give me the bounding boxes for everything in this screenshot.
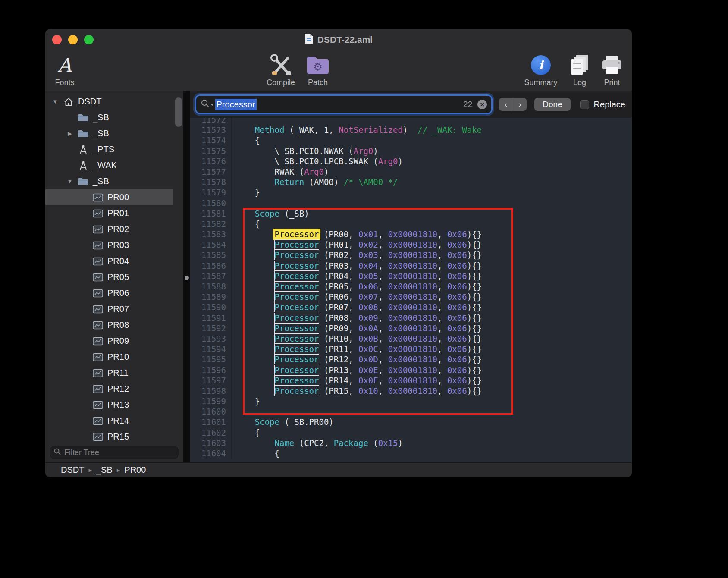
code-line: 11575 \_SB.PCI0.NWAK (Arg0) — [190, 146, 632, 156]
line-content: Processor (PR11, 0x0C, 0x00001810, 0x06)… — [232, 344, 482, 354]
sidebar-item-label: PR03 — [107, 240, 129, 250]
zoom-window-button[interactable] — [84, 35, 94, 44]
line-content: Processor (PR06, 0x07, 0x00001810, 0x06)… — [232, 292, 482, 302]
sidebar-item-pr09[interactable]: PR09 — [45, 333, 173, 349]
find-previous-button[interactable]: ‹ — [499, 98, 513, 111]
search-match: Processor — [275, 240, 319, 249]
sidebar-item-pr00[interactable]: PR00 — [45, 189, 173, 205]
sidebar-item-pr12[interactable]: PR12 — [45, 381, 173, 397]
clear-search-icon[interactable]: ✕ — [477, 100, 487, 109]
print-button[interactable]: Print — [593, 52, 631, 87]
sidebar-item-pr06[interactable]: PR06 — [45, 285, 173, 301]
sidebar-item-label: _SB — [93, 113, 109, 123]
compile-button[interactable]: Compile — [261, 52, 300, 87]
line-content: } — [232, 187, 260, 198]
compile-icon — [269, 52, 293, 78]
line-content — [232, 406, 235, 417]
processor-icon — [90, 433, 106, 441]
sidebar-item-pr10[interactable]: PR10 — [45, 349, 173, 365]
folder-icon — [75, 177, 91, 186]
sidebar-item-sb[interactable]: _SB — [45, 110, 173, 126]
line-content: Processor (PR12, 0x0D, 0x00001810, 0x06)… — [232, 354, 482, 364]
line-number: 11576 — [190, 156, 232, 166]
search-match: Processor — [275, 386, 319, 396]
disclosure-open-icon[interactable]: ▼ — [64, 178, 75, 185]
code-line: 11597 Processor (PR14, 0x0F, 0x00001810,… — [190, 375, 632, 386]
log-label: Log — [573, 78, 586, 87]
fonts-label: Fonts — [55, 78, 74, 87]
code-editor[interactable]: 1157211573 Method (_WAK, 1, NotSerialize… — [190, 118, 632, 462]
processor-icon — [90, 305, 106, 314]
sidebar-item-pr01[interactable]: PR01 — [45, 205, 173, 221]
processor-icon — [90, 193, 106, 202]
sidebar-item-wak[interactable]: _WAK — [45, 157, 173, 173]
close-window-button[interactable] — [52, 35, 62, 44]
code-line: 11577 RWAK (Arg0) — [190, 166, 632, 177]
sidebar-item-pr03[interactable]: PR03 — [45, 237, 173, 253]
svg-text:⚙: ⚙ — [313, 61, 323, 73]
line-number: 11597 — [190, 375, 232, 386]
sidebar-item-sb[interactable]: ▶_SB — [45, 126, 173, 141]
minimize-window-button[interactable] — [68, 35, 78, 44]
sidebar-item-label: PR11 — [107, 368, 129, 378]
search-match: Processor — [275, 250, 319, 260]
summary-button[interactable]: i Summary — [521, 52, 560, 87]
sidebar-item-label: PR14 — [107, 416, 129, 426]
sidebar-scrollbar[interactable] — [175, 97, 182, 127]
sidebar-item-pr07[interactable]: PR07 — [45, 301, 173, 317]
fonts-button[interactable]: A Fonts — [45, 52, 84, 87]
code-line: 11587 Processor (PR04, 0x05, 0x00001810,… — [190, 271, 632, 281]
sidebar-item-pr08[interactable]: PR08 — [45, 317, 173, 333]
pane-splitter[interactable] — [183, 91, 190, 462]
sidebar-item-label: DSDT — [78, 97, 101, 107]
line-content: Processor (PR14, 0x0F, 0x00001810, 0x06)… — [232, 375, 482, 386]
line-number: 11594 — [190, 344, 232, 354]
processor-icon — [90, 353, 106, 361]
find-next-button[interactable]: › — [513, 98, 527, 111]
sidebar-item-pr05[interactable]: PR05 — [45, 269, 173, 285]
filter-tree-input[interactable]: Filter Tree — [50, 446, 179, 459]
sidebar-item-label: PR00 — [107, 192, 129, 202]
search-match: Processor — [275, 344, 319, 354]
disclosure-open-icon[interactable]: ▼ — [50, 98, 61, 105]
search-input[interactable]: ▾ Processor 22 ✕ — [196, 96, 491, 113]
breadcrumb-item[interactable]: _SB — [96, 465, 113, 475]
sidebar-item-pts[interactable]: _PTS — [45, 141, 173, 157]
processor-icon — [90, 369, 106, 377]
processor-icon — [90, 257, 106, 266]
processor-icon — [90, 209, 106, 218]
print-label: Print — [604, 78, 620, 87]
sidebar-item-sb[interactable]: ▼_SB — [45, 173, 173, 189]
processor-icon — [90, 401, 106, 409]
sidebar-item-pr15[interactable]: PR15 — [45, 429, 173, 443]
fonts-icon: A — [58, 56, 72, 75]
patch-button[interactable]: ⚙ Patch — [298, 52, 337, 87]
splitter-handle-icon[interactable] — [185, 276, 189, 280]
breadcrumb: DSDT▸_SB▸PR00 — [45, 462, 632, 477]
line-number: 11578 — [190, 177, 232, 187]
search-options-chevron-icon[interactable]: ▾ — [211, 102, 213, 107]
replace-checkbox[interactable] — [580, 100, 589, 109]
filter-placeholder: Filter Tree — [64, 448, 99, 457]
line-number: 11591 — [190, 313, 232, 323]
breadcrumb-separator: ▸ — [88, 466, 92, 474]
disclosure-closed-icon[interactable]: ▶ — [64, 130, 75, 137]
code-line: 11595 Processor (PR12, 0x0D, 0x00001810,… — [190, 354, 632, 364]
search-match: Processor — [275, 355, 319, 364]
sidebar-item-pr14[interactable]: PR14 — [45, 413, 173, 429]
line-number: 11574 — [190, 135, 232, 145]
done-button[interactable]: Done — [534, 98, 570, 111]
search-match: Processor — [275, 282, 319, 291]
sidebar-item-pr13[interactable]: PR13 — [45, 397, 173, 413]
sidebar-item-pr04[interactable]: PR04 — [45, 253, 173, 269]
sidebar-item-dsdt[interactable]: ▼DSDT — [45, 94, 173, 110]
title-bar[interactable]: DSDT-22.aml — [45, 29, 632, 50]
search-match: Processor — [275, 271, 319, 281]
code-line: 11598 Processor (PR15, 0x10, 0x00001810,… — [190, 386, 632, 396]
sidebar-item-pr02[interactable]: PR02 — [45, 221, 173, 237]
breadcrumb-item[interactable]: PR00 — [124, 465, 146, 475]
document-icon — [304, 33, 313, 46]
breadcrumb-item[interactable]: DSDT — [61, 465, 84, 475]
line-number: 11589 — [190, 292, 232, 302]
sidebar-item-pr11[interactable]: PR11 — [45, 365, 173, 381]
